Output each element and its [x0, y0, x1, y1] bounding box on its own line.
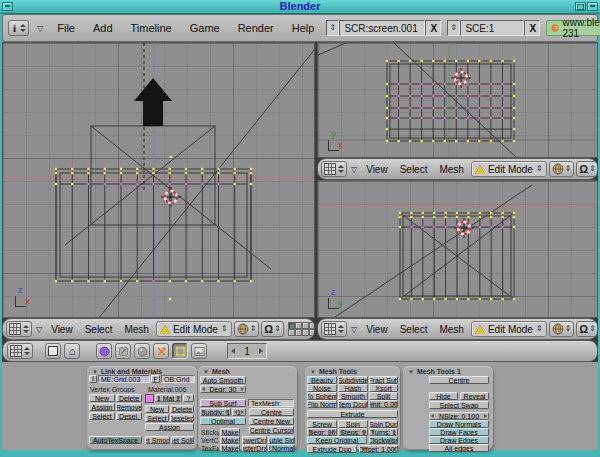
double-sided-toggle[interactable]: Double Sided: [268, 436, 295, 444]
menu-view[interactable]: View: [361, 164, 393, 175]
menu-view[interactable]: View: [46, 324, 78, 335]
menu-mesh[interactable]: Mesh: [434, 324, 468, 335]
script-context-button[interactable]: [115, 343, 131, 359]
scene-name-field[interactable]: SCE:1: [460, 20, 524, 36]
menu-help[interactable]: Help: [286, 22, 321, 34]
noise-button[interactable]: Noise: [307, 384, 337, 392]
menu-select[interactable]: Select: [395, 164, 433, 175]
hash-button[interactable]: Hash: [338, 384, 368, 392]
menu-game[interactable]: Game: [184, 22, 226, 34]
subdivide-button[interactable]: Subdivide: [338, 376, 368, 384]
draw-normals-toggle[interactable]: Draw Normals: [429, 420, 489, 428]
render-subdiv-spinner[interactable]: 1: [232, 408, 246, 416]
nsize-spinner[interactable]: NSize: 0.100: [429, 412, 489, 420]
menu-mesh[interactable]: Mesh: [119, 324, 153, 335]
degr90-spinner[interactable]: Degr: 90: [307, 428, 337, 436]
degr-spinner[interactable]: Degr: 30: [200, 385, 246, 393]
pivot-button[interactable]: Ω⇕: [576, 321, 598, 337]
material-swatch[interactable]: [145, 394, 154, 403]
vertcol-make-button[interactable]: Make: [220, 436, 240, 444]
material-new-button[interactable]: New: [145, 405, 169, 413]
vgroup-new-button[interactable]: New: [89, 394, 115, 402]
header-collapse-icon[interactable]: ▽: [34, 325, 44, 334]
viewport-top[interactable]: y x: [317, 42, 598, 158]
layer-button[interactable]: [288, 329, 295, 336]
mode-selector[interactable]: Edit Mode⇕: [471, 161, 547, 177]
mesh-browse-button[interactable]: ⇕: [89, 375, 97, 383]
set-smooth-button[interactable]: Set Smooth: [145, 436, 170, 444]
steps-spinner[interactable]: Steps: 9: [338, 428, 368, 436]
material-question-button[interactable]: ?: [183, 394, 194, 402]
slower-draw-button[interactable]: SlowerDraw: [242, 436, 267, 444]
xsort-button[interactable]: Xsort: [369, 384, 398, 392]
window-maximize-button[interactable]: [575, 2, 586, 11]
clockwise-toggle[interactable]: Clockwise: [369, 436, 398, 444]
menu-view[interactable]: View: [361, 324, 393, 335]
pivot-button[interactable]: Ω⇕: [576, 161, 598, 177]
texface-make-button[interactable]: Make: [220, 444, 240, 452]
mode-selector[interactable]: Edit Mode⇕: [156, 321, 232, 337]
fract-sub-button[interactable]: Fract Sub: [369, 376, 398, 384]
scene-context-button[interactable]: [191, 343, 207, 359]
window-type-button[interactable]: [7, 343, 33, 359]
optimal-toggle[interactable]: Optimal: [200, 417, 246, 425]
draw-edges-toggle[interactable]: Draw Edges: [429, 436, 489, 444]
pivot-button[interactable]: Ω⇕: [261, 321, 284, 337]
draw-faces-toggle[interactable]: Draw Faces: [429, 428, 489, 436]
shading-context-button[interactable]: [134, 343, 150, 359]
material-index-spinner[interactable]: 1 Mat 2: [155, 394, 182, 402]
vgroup-deselect-button[interactable]: Desel.: [116, 412, 142, 420]
sticky-make-button[interactable]: Make: [220, 428, 240, 436]
rem-doubles-button[interactable]: Rem Doub: [338, 400, 368, 408]
draw-type-button[interactable]: ⇕: [549, 161, 575, 177]
layer-button[interactable]: [302, 322, 309, 329]
vgroup-assign-button[interactable]: Assign: [89, 403, 115, 411]
layer-button[interactable]: [288, 322, 295, 329]
object-name-field[interactable]: OB:Grid: [161, 375, 195, 383]
turns-spinner[interactable]: Turns: 1: [369, 428, 398, 436]
layer-button[interactable]: [295, 329, 302, 336]
centre-new-button[interactable]: Centre New: [249, 417, 294, 425]
material-delete-button[interactable]: Delete: [170, 405, 194, 413]
menu-mesh[interactable]: Mesh: [434, 164, 468, 175]
draw-type-button[interactable]: ⇕: [234, 321, 260, 337]
layer-button[interactable]: [302, 329, 309, 336]
screen-name-field[interactable]: SCR:screen.001: [339, 20, 425, 36]
beauty-toggle[interactable]: Beauty: [307, 376, 337, 384]
autotexspace-button[interactable]: AutoTexSpace: [89, 436, 142, 444]
subdiv-spinner[interactable]: Subdiv: 1: [200, 408, 231, 416]
draw-type-button[interactable]: ⇕: [549, 321, 575, 337]
collapse-triangle-icon[interactable]: ▼: [203, 369, 209, 375]
spin-button[interactable]: Spin: [338, 420, 368, 428]
material-deselect-button[interactable]: Deselect: [170, 414, 194, 422]
flip-normals-button[interactable]: Flip Norm: [307, 400, 337, 408]
to-sphere-button[interactable]: To Sphere: [307, 392, 337, 400]
panel-alignment-button[interactable]: [45, 343, 61, 359]
collapse-triangle-icon[interactable]: ▼: [310, 369, 316, 375]
centre-cursor-button[interactable]: Centre Cursor: [249, 426, 294, 434]
fake-user-button[interactable]: F: [151, 375, 160, 383]
screw-button[interactable]: Screw: [307, 420, 337, 428]
extrude-button[interactable]: Extrude: [307, 410, 398, 418]
layer-button[interactable]: [295, 322, 302, 329]
centre-button[interactable]: Centre: [249, 408, 294, 416]
mesh-name-field[interactable]: ME:Grid.003: [98, 375, 150, 383]
hide-button[interactable]: Hide: [429, 392, 458, 400]
header-collapse-icon[interactable]: ▽: [35, 24, 45, 33]
subsurf-toggle[interactable]: Sub Surf: [200, 399, 246, 407]
scene-delete-button[interactable]: X: [524, 20, 540, 36]
menu-timeline[interactable]: Timeline: [125, 22, 178, 34]
window-close-button[interactable]: [587, 2, 598, 11]
limit-spinner[interactable]: Limit: 0.001: [369, 400, 398, 408]
split-button[interactable]: Split: [369, 392, 398, 400]
viewport-type-button[interactable]: [321, 321, 347, 337]
home-button[interactable]: ⌂: [64, 343, 80, 359]
keep-original-toggle[interactable]: Keep Original: [307, 436, 367, 444]
window-type-button[interactable]: i: [8, 20, 29, 36]
editing-context-button[interactable]: [172, 343, 188, 359]
menu-render[interactable]: Render: [232, 22, 280, 34]
collapse-triangle-icon[interactable]: ▼: [408, 369, 414, 375]
viewport-type-button[interactable]: [6, 321, 32, 337]
smooth-button[interactable]: Smooth: [338, 392, 368, 400]
faster-draw-button[interactable]: FasterDraw: [242, 444, 267, 452]
